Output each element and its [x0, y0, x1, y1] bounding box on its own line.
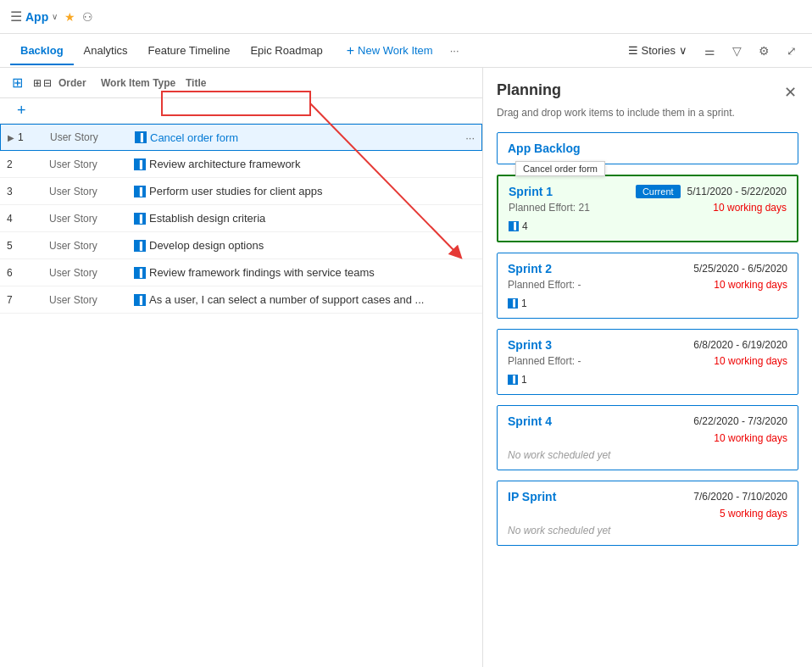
ip-sprint-header: IP Sprint 7/6/2020 - 7/10/2020 [508, 490, 787, 503]
sprint-1-count: ▐ 4 [509, 220, 787, 232]
row-type: User Story [49, 294, 134, 306]
expand-collapse-icons: ⊞ ⊟ [33, 77, 52, 89]
work-item-type-header: Work Item Type [101, 77, 186, 89]
stories-icon: ☰ [628, 44, 638, 57]
people-icon[interactable]: ⚇ [82, 10, 93, 24]
story-type-icon: ▐ [134, 267, 146, 279]
nav-backlog[interactable]: Backlog [10, 36, 74, 65]
ip-sprint-dates: 7/6/2020 - 7/10/2020 [693, 491, 787, 503]
settings-icon[interactable]: ⚌ [699, 41, 720, 61]
nav-analytics[interactable]: Analytics [74, 36, 138, 65]
row-type: User Story [49, 267, 134, 279]
sprint-3-dates: 6/8/2020 - 6/19/2020 [693, 339, 787, 351]
sprint-4-header: Sprint 4 6/22/2020 - 7/3/2020 [508, 414, 787, 428]
sprint-3-working-days: 10 working days [714, 355, 787, 369]
row-type: User Story [49, 158, 134, 170]
gear-icon[interactable]: ⚙ [754, 41, 775, 61]
current-badge: Current [636, 185, 681, 198]
stories-dropdown[interactable]: ☰ Stories ∨ [623, 41, 692, 60]
row-type: User Story [49, 240, 134, 252]
app-backlog-title: App Backlog [508, 142, 787, 155]
planning-title: Planning [497, 81, 561, 99]
row-title[interactable]: ▐ Review architecture framework [134, 158, 476, 170]
main-content: ⊞ ⊞ ⊟ Order Work Item Type Title + [0, 68, 812, 667]
row-title[interactable]: ▐ Establish design criteria [134, 212, 476, 225]
table-header: ⊞ ⊞ ⊟ Order Work Item Type Title [0, 68, 482, 98]
title-header: Title [186, 77, 476, 89]
sprint-1-card[interactable]: Cancel order form Sprint 1 Current 5/11/… [497, 175, 798, 242]
filter-icon[interactable]: ▽ [727, 41, 747, 61]
sprint-3-count: ▐ 1 [508, 374, 787, 386]
nav-feature-timeline[interactable]: Feature Timeline [138, 36, 241, 65]
sprint-3-effort: Planned Effort: - [508, 355, 581, 367]
row-type: User Story [50, 131, 135, 143]
nav-epic-roadmap[interactable]: Epic Roadmap [240, 36, 332, 65]
expand-icon[interactable]: ⤢ [781, 41, 802, 61]
collapse-all-icon[interactable]: ⊟ [43, 77, 52, 89]
row-title[interactable]: ▐ Develop design options [134, 239, 476, 252]
more-options-button[interactable]: ··· [443, 41, 466, 60]
sprint-2-card[interactable]: Sprint 2 5/25/2020 - 6/5/2020 Planned Ef… [497, 253, 798, 319]
table-row[interactable]: 6 User Story ▐ Review framework findings… [0, 259, 482, 286]
sprint-2-dates: 5/25/2020 - 6/5/2020 [693, 263, 787, 275]
story-type-icon: ▐ [134, 186, 146, 197]
ip-sprint-card[interactable]: IP Sprint 7/6/2020 - 7/10/2020 5 working… [497, 481, 798, 546]
sprint-3-name: Sprint 3 [508, 338, 552, 352]
row-order: 5 [7, 240, 49, 252]
planning-close-button[interactable]: ✕ [782, 81, 798, 103]
add-item-row[interactable]: + [0, 98, 482, 124]
sprint-1-effort: Planned Effort: 21 [509, 202, 590, 214]
add-item-icon[interactable]: + [17, 102, 26, 120]
story-type-icon: ▐ [134, 294, 146, 306]
story-type-icon: ▐ [135, 131, 147, 143]
sprint-count-icon: ▐ [508, 298, 518, 308]
table-row[interactable]: 5 User Story ▐ Develop design options [0, 232, 482, 259]
sprint-count-icon: ▐ [509, 221, 519, 231]
row-title[interactable]: ▐ Review framework findings with service… [134, 266, 476, 279]
story-type-icon: ▐ [134, 240, 146, 252]
sprint-count-icon: ▐ [508, 375, 518, 385]
app-chevron-icon[interactable]: ∨ [52, 12, 58, 21]
app-title[interactable]: App [25, 10, 48, 24]
row-type: User Story [49, 186, 134, 197]
ip-sprint-name: IP Sprint [508, 490, 556, 503]
sprint-1-dates: 5/11/2020 - 5/22/2020 [687, 186, 787, 197]
table-row[interactable]: 4 User Story ▐ Establish design criteria [0, 205, 482, 232]
row-more-button[interactable]: ··· [465, 131, 475, 144]
sprint-2-header: Sprint 2 5/25/2020 - 6/5/2020 [508, 262, 787, 275]
plus-icon: + [347, 43, 354, 58]
backlog-panel: ⊞ ⊞ ⊟ Order Work Item Type Title + [0, 68, 483, 667]
sprint-3-card[interactable]: Sprint 3 6/8/2020 - 6/19/2020 Planned Ef… [497, 329, 798, 395]
sprint-3-header: Sprint 3 6/8/2020 - 6/19/2020 [508, 338, 787, 352]
row-title[interactable]: ▐ Cancel order form [135, 131, 465, 144]
planning-description: Drag and drop work items to include them… [497, 107, 798, 119]
row-order: 6 [7, 267, 49, 279]
table-row[interactable]: 3 User Story ▐ Perform user studies for … [0, 178, 482, 205]
sprint-1-name: Sprint 1 [509, 185, 553, 198]
expand-all-icon[interactable]: ⊞ [33, 77, 42, 89]
add-row-button[interactable]: ⊞ [7, 73, 28, 92]
expand-icon[interactable]: ▶ [8, 133, 14, 142]
row-order: 3 [7, 186, 49, 197]
planning-header: Planning ✕ [497, 81, 798, 103]
sprint-4-name: Sprint 4 [508, 414, 552, 428]
nav-right-controls: ☰ Stories ∨ ⚌ ▽ ⚙ ⤢ [623, 41, 802, 61]
row-order: 7 [7, 294, 49, 306]
star-icon[interactable]: ★ [64, 10, 75, 24]
table-row[interactable]: 7 User Story ▐ As a user, I can select a… [0, 286, 482, 314]
app-backlog-card[interactable]: App Backlog [497, 132, 798, 164]
row-title[interactable]: ▐ Perform user studies for client apps [134, 185, 476, 197]
sprint-2-effort: Planned Effort: - [508, 279, 581, 291]
row-type: User Story [49, 213, 134, 225]
new-work-item-button[interactable]: + New Work Item [340, 40, 440, 62]
sprint-4-card[interactable]: Sprint 4 6/22/2020 - 7/3/2020 10 working… [497, 405, 798, 470]
table-row[interactable]: 2 User Story ▐ Review architecture frame… [0, 151, 482, 178]
row-order: 2 [7, 158, 49, 170]
story-type-icon: ▐ [134, 158, 146, 170]
row-title[interactable]: ▐ As a user, I can select a number of su… [134, 293, 476, 306]
ip-sprint-no-work: No work scheduled yet [508, 525, 787, 536]
sprint-4-working-days: 10 working days [714, 432, 787, 444]
menu-icon[interactable]: ☰ [10, 8, 22, 25]
stories-chevron-icon: ∨ [679, 44, 687, 57]
table-row[interactable]: ▶ 1 User Story ▐ Cancel order form ··· [0, 124, 482, 151]
